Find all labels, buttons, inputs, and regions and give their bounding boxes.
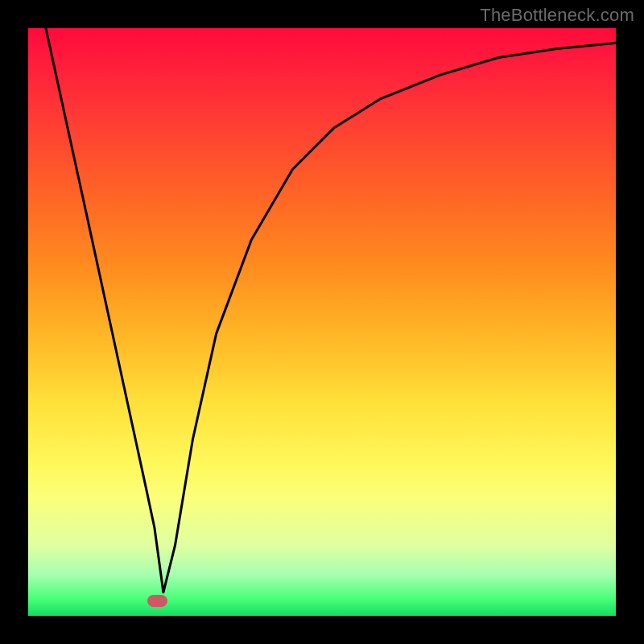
curve-svg bbox=[28, 28, 616, 616]
watermark-text: TheBottleneck.com bbox=[480, 5, 634, 26]
curve-path bbox=[46, 28, 616, 592]
plot-area bbox=[28, 28, 616, 616]
chart-container: TheBottleneck.com bbox=[0, 0, 644, 644]
minimum-marker bbox=[147, 595, 168, 607]
